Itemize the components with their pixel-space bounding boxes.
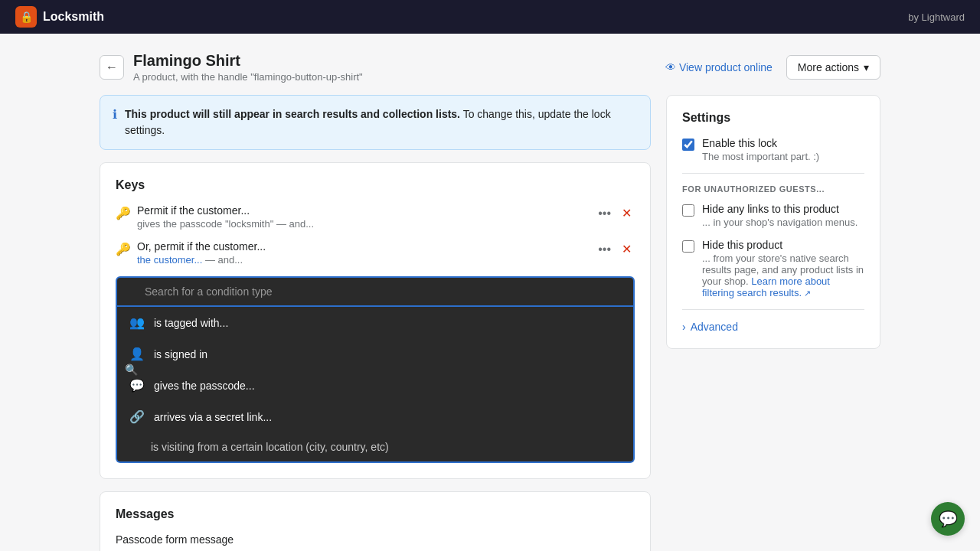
main-column: ℹ This product will still appear in sear… <box>100 95 651 551</box>
hide-links-label[interactable]: Hide any links to this product <box>702 203 839 215</box>
page-title-block: Flamingo Shirt A product, with the handl… <box>133 52 363 83</box>
dropdown-item-4[interactable]: is visiting from a certain location (cit… <box>117 432 633 461</box>
hide-links-label-block: Hide any links to this product ... in yo… <box>702 203 858 228</box>
hide-product-row: Hide this product ... from your store's … <box>682 239 864 298</box>
key-sub-2: the customer... — and... <box>137 254 589 266</box>
key-item-2: 🔑 Or, permit if the customer... the cust… <box>116 240 635 266</box>
hide-links-sub: ... in your shop's navigation menus. <box>702 217 858 228</box>
view-product-button[interactable]: 👁 View product online <box>659 57 779 78</box>
side-column: Settings Enable this lock The most impor… <box>666 95 880 361</box>
app-logo: 🔒 Locksmith <box>15 6 104 28</box>
key-content-2: Or, permit if the customer... the custom… <box>137 240 589 266</box>
key-actions-2: ••• ✕ <box>595 240 635 258</box>
search-icon: 🔍 <box>125 364 138 376</box>
messages-title: Messages <box>116 507 635 521</box>
passcode-label: Passcode form message <box>116 533 635 546</box>
key-icon-1: 🔑 <box>116 206 131 220</box>
unauthorized-section-label: For unauthorized guests... <box>682 184 864 194</box>
advanced-row[interactable]: › Advanced <box>682 321 864 333</box>
header-left: ← Flamingo Shirt A product, with the han… <box>100 52 363 83</box>
keys-card: Keys 🔑 Permit if the customer... gives t… <box>100 162 651 479</box>
people-icon: 👥 <box>129 315 145 330</box>
key-delete-button-2[interactable]: ✕ <box>619 240 635 258</box>
hide-product-sub: ... from your store's native search resu… <box>702 253 864 298</box>
info-banner: ℹ This product will still appear in sear… <box>100 95 651 150</box>
header-actions: 👁 View product online More actions ▾ <box>659 55 880 80</box>
person-icon: 👤 <box>129 347 145 361</box>
banner-text: This product will still appear in search… <box>125 106 638 139</box>
page-subtitle: A product, with the handle "flamingo-but… <box>133 71 363 83</box>
dropdown-list: 👥 is tagged with... 👤 is signed in 💬 giv… <box>116 307 635 463</box>
settings-title: Settings <box>682 111 864 125</box>
enable-lock-checkbox[interactable] <box>682 139 694 151</box>
key-menu-button-2[interactable]: ••• <box>595 241 614 258</box>
enable-lock-row: Enable this lock The most important part… <box>682 137 864 162</box>
passcode-icon: 💬 <box>129 378 145 393</box>
hide-product-label[interactable]: Hide this product <box>702 239 782 251</box>
back-button[interactable]: ← <box>100 55 124 80</box>
topnav-by-text: by Lightward <box>908 11 965 23</box>
key-item-1: 🔑 Permit if the customer... gives the pa… <box>116 204 635 230</box>
chat-bubble-button[interactable]: 💬 <box>931 502 965 536</box>
eye-icon: 👁 <box>665 61 676 73</box>
enable-lock-sub: The most important part. :) <box>702 151 819 162</box>
keys-title: Keys <box>116 178 635 192</box>
dropdown-item-0[interactable]: 👥 is tagged with... <box>117 307 633 338</box>
key-icon-2: 🔑 <box>116 242 131 256</box>
main-content: ← Flamingo Shirt A product, with the han… <box>84 34 896 551</box>
dropdown-item-3[interactable]: 🔗 arrives via a secret link... <box>117 401 633 432</box>
hide-product-label-block: Hide this product ... from your store's … <box>702 239 864 298</box>
advanced-label: Advanced <box>691 321 738 333</box>
hide-links-row: Hide any links to this product ... in yo… <box>682 203 864 228</box>
chat-icon: 💬 <box>939 510 958 528</box>
chevron-right-icon: › <box>682 321 686 333</box>
key-content-1: Permit if the customer... gives the pass… <box>137 204 589 230</box>
more-actions-label: More actions <box>798 61 859 73</box>
page-header: ← Flamingo Shirt A product, with the han… <box>100 52 880 83</box>
page-title: Flamingo Shirt <box>133 52 363 70</box>
layout: ℹ This product will still appear in sear… <box>100 95 880 551</box>
chevron-down-icon: ▾ <box>864 61 869 73</box>
key-sub-1: gives the passcode "locksmith" — and... <box>137 218 589 230</box>
enable-lock-label-block: Enable this lock The most important part… <box>702 137 819 162</box>
more-actions-button[interactable]: More actions ▾ <box>786 55 880 80</box>
search-dropdown-container: 🔍 👥 is tagged with... 👤 is signed in <box>116 276 635 463</box>
top-nav: 🔒 Locksmith by Lightward <box>0 0 980 34</box>
hide-product-checkbox[interactable] <box>682 240 694 253</box>
key-label-1: Permit if the customer... <box>137 204 589 217</box>
info-icon: ℹ <box>113 107 117 122</box>
link-icon: 🔗 <box>129 409 145 424</box>
search-input[interactable] <box>116 276 635 307</box>
dropdown-item-1[interactable]: 👤 is signed in <box>117 338 633 370</box>
settings-card: Settings Enable this lock The most impor… <box>666 95 880 349</box>
app-logo-icon: 🔒 <box>15 6 37 28</box>
divider-1 <box>682 173 864 174</box>
key-actions-1: ••• ✕ <box>595 204 635 222</box>
enable-lock-label[interactable]: Enable this lock <box>702 137 777 149</box>
divider-2 <box>682 309 864 310</box>
key-menu-button-1[interactable]: ••• <box>595 205 614 222</box>
key-sub-link-2[interactable]: the customer... <box>137 254 202 266</box>
app-name: Locksmith <box>43 10 104 24</box>
dropdown-item-2[interactable]: 💬 gives the passcode... <box>117 370 633 401</box>
messages-card: Messages Passcode form message Show defa… <box>100 491 651 551</box>
search-dropdown-wrapper: 🔍 👥 is tagged with... 👤 is signed in <box>116 276 635 463</box>
key-delete-button-1[interactable]: ✕ <box>619 204 635 222</box>
hide-links-checkbox[interactable] <box>682 204 694 217</box>
key-label-2: Or, permit if the customer... <box>137 240 589 253</box>
